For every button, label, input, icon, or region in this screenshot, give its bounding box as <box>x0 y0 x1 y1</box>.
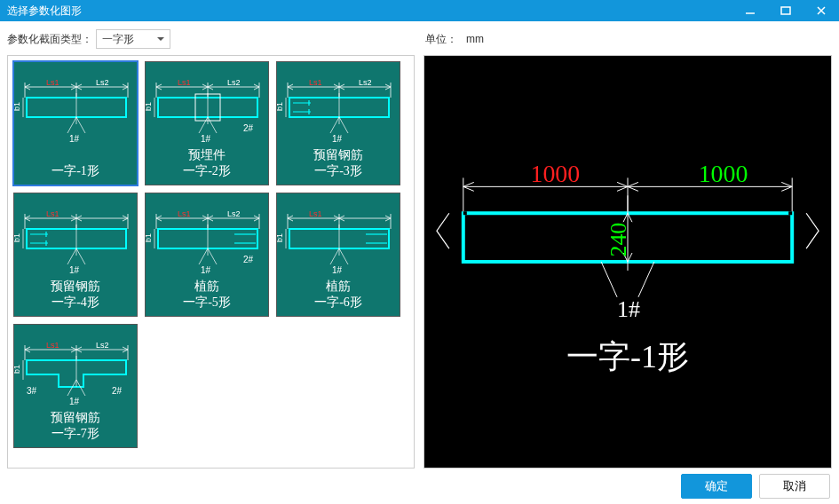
svg-text:2#: 2# <box>112 386 123 396</box>
svg-text:b1: b1 <box>277 233 284 242</box>
svg-text:b1: b1 <box>146 102 153 111</box>
shape-tile-t7[interactable]: Ls1Ls2b11#2#3#预留钢筋 一字-7形 <box>13 324 138 448</box>
shape-tile-t2[interactable]: Ls1Ls2b11#2#预埋件 一字-2形 <box>145 61 269 185</box>
svg-text:1000: 1000 <box>699 160 748 187</box>
unit-label: 单位： <box>425 33 457 45</box>
svg-text:b1: b1 <box>14 102 21 111</box>
tile-caption: 预留钢筋 一字-4形 <box>14 279 137 311</box>
svg-text:1#: 1# <box>69 265 80 275</box>
tile-caption: 一字-1形 <box>14 163 137 179</box>
thumbnail-panel: Ls1Ls2b11#一字-1形Ls1Ls2b11#2#预埋件 一字-2形Ls1L… <box>7 55 415 469</box>
svg-text:Ls2: Ls2 <box>227 209 241 218</box>
cancel-button[interactable]: 取消 <box>759 474 830 499</box>
svg-text:1#: 1# <box>69 134 80 144</box>
tile-caption: 植筋 一字-5形 <box>146 279 268 311</box>
shape-tile-t6[interactable]: Ls1b11#植筋 一字-6形 <box>276 193 400 317</box>
svg-text:1#: 1# <box>201 134 211 144</box>
svg-rect-34 <box>463 211 467 215</box>
svg-text:1#: 1# <box>69 397 80 406</box>
svg-text:Ls2: Ls2 <box>96 78 109 87</box>
svg-text:Ls2: Ls2 <box>227 78 241 87</box>
svg-text:Ls1: Ls1 <box>46 209 59 218</box>
svg-text:1#: 1# <box>201 265 211 275</box>
ok-button[interactable]: 确定 <box>681 474 752 499</box>
type-label: 参数化截面类型： <box>7 32 92 47</box>
svg-text:Ls1: Ls1 <box>46 341 59 350</box>
window-title: 选择参数化图形 <box>7 4 82 19</box>
svg-text:b1: b1 <box>14 365 21 374</box>
svg-text:Ls1: Ls1 <box>46 78 59 87</box>
tile-caption: 预留钢筋 一字-3形 <box>277 147 400 179</box>
svg-text:Ls1: Ls1 <box>309 78 322 87</box>
svg-text:b1: b1 <box>146 233 153 242</box>
svg-text:b1: b1 <box>14 233 21 242</box>
tile-caption: 预留钢筋 一字-7形 <box>14 410 137 442</box>
unit-value: mm <box>466 33 484 45</box>
footer: 确定 取消 <box>0 469 839 504</box>
svg-rect-0 <box>781 7 790 14</box>
svg-text:1000: 1000 <box>530 160 580 187</box>
shape-tile-t4[interactable]: Ls1b11#预留钢筋 一字-4形 <box>13 193 138 317</box>
svg-text:2#: 2# <box>243 255 254 264</box>
svg-text:Ls2: Ls2 <box>96 341 109 350</box>
svg-text:240: 240 <box>606 223 631 257</box>
shape-tile-t5[interactable]: Ls1Ls2b11#2#植筋 一字-5形 <box>145 193 269 317</box>
close-button[interactable] <box>803 0 839 21</box>
toolbar: 参数化截面类型： 一字形 单位： mm <box>0 21 839 50</box>
svg-text:3#: 3# <box>27 386 37 396</box>
svg-text:一字-1形: 一字-1形 <box>566 339 689 374</box>
shape-tile-t3[interactable]: Ls1Ls2b11#预留钢筋 一字-3形 <box>276 61 400 185</box>
svg-text:2#: 2# <box>243 123 254 133</box>
svg-text:Ls2: Ls2 <box>359 78 372 87</box>
svg-rect-35 <box>788 211 792 215</box>
svg-text:Ls1: Ls1 <box>178 78 191 87</box>
shape-tile-t1[interactable]: Ls1Ls2b11#一字-1形 <box>13 61 138 185</box>
svg-text:b1: b1 <box>277 102 284 111</box>
tile-caption: 植筋 一字-6形 <box>277 279 400 311</box>
svg-text:1#: 1# <box>617 296 640 322</box>
svg-text:Ls1: Ls1 <box>309 209 322 218</box>
svg-text:Ls1: Ls1 <box>178 209 191 218</box>
maximize-button[interactable] <box>768 0 803 21</box>
preview-panel: 100010002401#一字-1形 <box>423 55 832 469</box>
svg-text:1#: 1# <box>332 134 343 144</box>
type-select-value: 一字形 <box>102 32 134 47</box>
tile-caption: 预埋件 一字-2形 <box>146 147 268 179</box>
type-select[interactable]: 一字形 <box>96 29 170 49</box>
titlebar: 选择参数化图形 <box>0 0 839 21</box>
minimize-button[interactable] <box>732 0 768 21</box>
svg-text:1#: 1# <box>332 265 343 275</box>
